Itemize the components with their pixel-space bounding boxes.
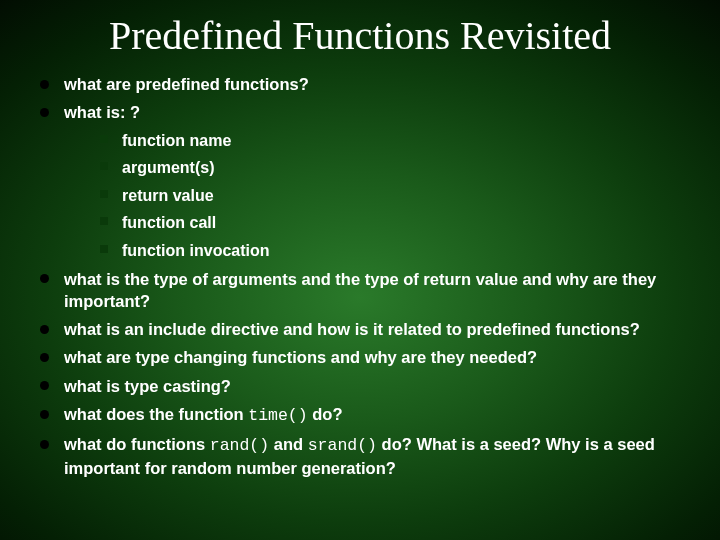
list-item: what are type changing functions and why… <box>36 346 690 368</box>
slide-title: Predefined Functions Revisited <box>0 0 720 73</box>
list-item: function invocation <box>98 240 690 262</box>
bullet-list: what are predefined functions? what is: … <box>0 73 720 480</box>
bullet-text: what does the function <box>64 405 248 423</box>
sub-bullet-list: function name argument(s) return value f… <box>64 130 690 262</box>
list-item: what does the function time() do? <box>36 403 690 427</box>
list-item: what is type casting? <box>36 375 690 397</box>
bullet-text: what is: ? <box>64 103 140 121</box>
bullet-text: return value <box>122 187 214 204</box>
bullet-text: and <box>269 435 308 453</box>
list-item: what are predefined functions? <box>36 73 690 95</box>
bullet-text: what are type changing functions and why… <box>64 348 537 366</box>
slide: Predefined Functions Revisited what are … <box>0 0 720 540</box>
code-literal: time() <box>248 406 307 425</box>
bullet-text: function name <box>122 132 231 149</box>
bullet-text: what is the type of arguments and the ty… <box>64 270 656 310</box>
bullet-text: what is an include directive and how is … <box>64 320 640 338</box>
bullet-text: function invocation <box>122 242 270 259</box>
list-item: what do functions rand() and srand() do?… <box>36 433 690 480</box>
bullet-text: what is type casting? <box>64 377 231 395</box>
bullet-text: do? <box>308 405 343 423</box>
bullet-text: function call <box>122 214 216 231</box>
list-item: argument(s) <box>98 157 690 179</box>
list-item: what is an include directive and how is … <box>36 318 690 340</box>
list-item: function call <box>98 212 690 234</box>
bullet-text: what do functions <box>64 435 210 453</box>
bullet-text: what are predefined functions? <box>64 75 309 93</box>
list-item: what is the type of arguments and the ty… <box>36 268 690 313</box>
code-literal: srand() <box>308 436 377 455</box>
code-literal: rand() <box>210 436 269 455</box>
bullet-text: argument(s) <box>122 159 214 176</box>
list-item: what is: ? function name argument(s) ret… <box>36 101 690 261</box>
list-item: function name <box>98 130 690 152</box>
list-item: return value <box>98 185 690 207</box>
